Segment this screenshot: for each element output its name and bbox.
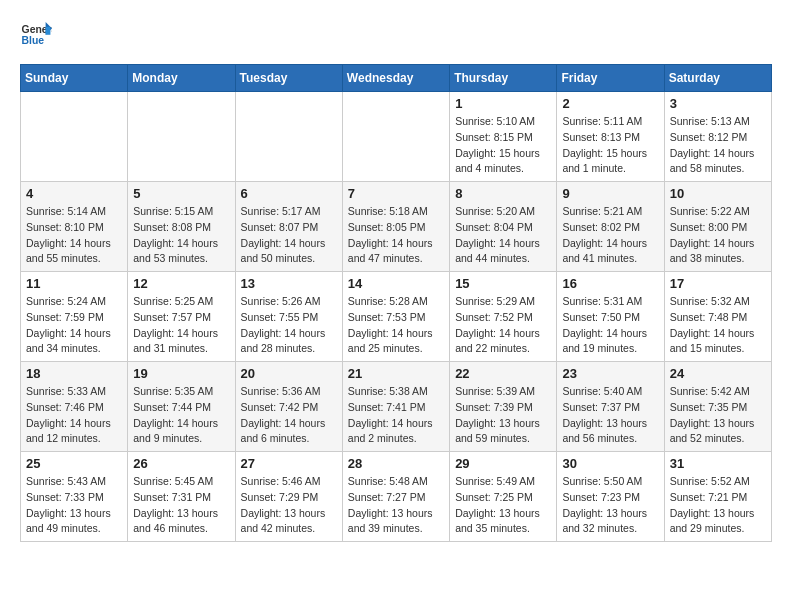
day-info: Sunrise: 5:40 AM Sunset: 7:37 PM Dayligh… [562, 384, 658, 447]
calendar-cell: 30Sunrise: 5:50 AM Sunset: 7:23 PM Dayli… [557, 452, 664, 542]
calendar-cell: 3Sunrise: 5:13 AM Sunset: 8:12 PM Daylig… [664, 92, 771, 182]
calendar-week-row: 11Sunrise: 5:24 AM Sunset: 7:59 PM Dayli… [21, 272, 772, 362]
weekday-header-saturday: Saturday [664, 65, 771, 92]
calendar-cell [235, 92, 342, 182]
day-info: Sunrise: 5:50 AM Sunset: 7:23 PM Dayligh… [562, 474, 658, 537]
day-number: 18 [26, 366, 122, 381]
calendar-week-row: 4Sunrise: 5:14 AM Sunset: 8:10 PM Daylig… [21, 182, 772, 272]
calendar-cell: 6Sunrise: 5:17 AM Sunset: 8:07 PM Daylig… [235, 182, 342, 272]
day-number: 7 [348, 186, 444, 201]
svg-marker-3 [46, 27, 51, 35]
calendar-cell: 11Sunrise: 5:24 AM Sunset: 7:59 PM Dayli… [21, 272, 128, 362]
calendar-week-row: 25Sunrise: 5:43 AM Sunset: 7:33 PM Dayli… [21, 452, 772, 542]
day-info: Sunrise: 5:29 AM Sunset: 7:52 PM Dayligh… [455, 294, 551, 357]
day-number: 8 [455, 186, 551, 201]
day-info: Sunrise: 5:13 AM Sunset: 8:12 PM Dayligh… [670, 114, 766, 177]
day-info: Sunrise: 5:22 AM Sunset: 8:00 PM Dayligh… [670, 204, 766, 267]
day-info: Sunrise: 5:32 AM Sunset: 7:48 PM Dayligh… [670, 294, 766, 357]
day-number: 25 [26, 456, 122, 471]
day-number: 26 [133, 456, 229, 471]
weekday-header-tuesday: Tuesday [235, 65, 342, 92]
day-info: Sunrise: 5:18 AM Sunset: 8:05 PM Dayligh… [348, 204, 444, 267]
day-number: 23 [562, 366, 658, 381]
day-number: 28 [348, 456, 444, 471]
weekday-header-thursday: Thursday [450, 65, 557, 92]
day-info: Sunrise: 5:11 AM Sunset: 8:13 PM Dayligh… [562, 114, 658, 177]
day-info: Sunrise: 5:43 AM Sunset: 7:33 PM Dayligh… [26, 474, 122, 537]
calendar-cell: 23Sunrise: 5:40 AM Sunset: 7:37 PM Dayli… [557, 362, 664, 452]
calendar-cell: 10Sunrise: 5:22 AM Sunset: 8:00 PM Dayli… [664, 182, 771, 272]
day-info: Sunrise: 5:49 AM Sunset: 7:25 PM Dayligh… [455, 474, 551, 537]
day-number: 14 [348, 276, 444, 291]
day-info: Sunrise: 5:14 AM Sunset: 8:10 PM Dayligh… [26, 204, 122, 267]
calendar-cell: 19Sunrise: 5:35 AM Sunset: 7:44 PM Dayli… [128, 362, 235, 452]
day-info: Sunrise: 5:52 AM Sunset: 7:21 PM Dayligh… [670, 474, 766, 537]
day-info: Sunrise: 5:28 AM Sunset: 7:53 PM Dayligh… [348, 294, 444, 357]
day-number: 24 [670, 366, 766, 381]
calendar-body: 1Sunrise: 5:10 AM Sunset: 8:15 PM Daylig… [21, 92, 772, 542]
day-number: 22 [455, 366, 551, 381]
calendar-header: SundayMondayTuesdayWednesdayThursdayFrid… [21, 65, 772, 92]
day-number: 29 [455, 456, 551, 471]
day-number: 9 [562, 186, 658, 201]
day-info: Sunrise: 5:10 AM Sunset: 8:15 PM Dayligh… [455, 114, 551, 177]
calendar-cell: 25Sunrise: 5:43 AM Sunset: 7:33 PM Dayli… [21, 452, 128, 542]
day-info: Sunrise: 5:45 AM Sunset: 7:31 PM Dayligh… [133, 474, 229, 537]
calendar-cell: 13Sunrise: 5:26 AM Sunset: 7:55 PM Dayli… [235, 272, 342, 362]
calendar-cell: 17Sunrise: 5:32 AM Sunset: 7:48 PM Dayli… [664, 272, 771, 362]
calendar-cell: 28Sunrise: 5:48 AM Sunset: 7:27 PM Dayli… [342, 452, 449, 542]
day-number: 2 [562, 96, 658, 111]
calendar-cell: 5Sunrise: 5:15 AM Sunset: 8:08 PM Daylig… [128, 182, 235, 272]
weekday-header-row: SundayMondayTuesdayWednesdayThursdayFrid… [21, 65, 772, 92]
day-info: Sunrise: 5:20 AM Sunset: 8:04 PM Dayligh… [455, 204, 551, 267]
day-number: 1 [455, 96, 551, 111]
calendar-cell: 29Sunrise: 5:49 AM Sunset: 7:25 PM Dayli… [450, 452, 557, 542]
day-number: 10 [670, 186, 766, 201]
day-number: 5 [133, 186, 229, 201]
day-info: Sunrise: 5:21 AM Sunset: 8:02 PM Dayligh… [562, 204, 658, 267]
day-info: Sunrise: 5:24 AM Sunset: 7:59 PM Dayligh… [26, 294, 122, 357]
day-info: Sunrise: 5:35 AM Sunset: 7:44 PM Dayligh… [133, 384, 229, 447]
day-info: Sunrise: 5:36 AM Sunset: 7:42 PM Dayligh… [241, 384, 337, 447]
calendar-cell: 7Sunrise: 5:18 AM Sunset: 8:05 PM Daylig… [342, 182, 449, 272]
calendar-cell: 15Sunrise: 5:29 AM Sunset: 7:52 PM Dayli… [450, 272, 557, 362]
weekday-header-monday: Monday [128, 65, 235, 92]
calendar-week-row: 18Sunrise: 5:33 AM Sunset: 7:46 PM Dayli… [21, 362, 772, 452]
calendar-week-row: 1Sunrise: 5:10 AM Sunset: 8:15 PM Daylig… [21, 92, 772, 182]
calendar-cell: 16Sunrise: 5:31 AM Sunset: 7:50 PM Dayli… [557, 272, 664, 362]
calendar-cell: 4Sunrise: 5:14 AM Sunset: 8:10 PM Daylig… [21, 182, 128, 272]
page-header: General Blue [20, 20, 772, 48]
calendar-cell: 18Sunrise: 5:33 AM Sunset: 7:46 PM Dayli… [21, 362, 128, 452]
calendar-cell: 31Sunrise: 5:52 AM Sunset: 7:21 PM Dayli… [664, 452, 771, 542]
day-info: Sunrise: 5:39 AM Sunset: 7:39 PM Dayligh… [455, 384, 551, 447]
day-info: Sunrise: 5:15 AM Sunset: 8:08 PM Dayligh… [133, 204, 229, 267]
day-number: 15 [455, 276, 551, 291]
calendar-cell: 26Sunrise: 5:45 AM Sunset: 7:31 PM Dayli… [128, 452, 235, 542]
weekday-header-sunday: Sunday [21, 65, 128, 92]
day-number: 19 [133, 366, 229, 381]
day-number: 30 [562, 456, 658, 471]
calendar-cell [21, 92, 128, 182]
calendar-cell: 2Sunrise: 5:11 AM Sunset: 8:13 PM Daylig… [557, 92, 664, 182]
day-number: 31 [670, 456, 766, 471]
svg-text:Blue: Blue [22, 35, 45, 46]
day-number: 4 [26, 186, 122, 201]
day-number: 20 [241, 366, 337, 381]
day-number: 11 [26, 276, 122, 291]
day-number: 3 [670, 96, 766, 111]
calendar-cell [128, 92, 235, 182]
calendar-cell: 27Sunrise: 5:46 AM Sunset: 7:29 PM Dayli… [235, 452, 342, 542]
calendar-cell: 20Sunrise: 5:36 AM Sunset: 7:42 PM Dayli… [235, 362, 342, 452]
day-number: 21 [348, 366, 444, 381]
day-info: Sunrise: 5:42 AM Sunset: 7:35 PM Dayligh… [670, 384, 766, 447]
calendar-cell: 22Sunrise: 5:39 AM Sunset: 7:39 PM Dayli… [450, 362, 557, 452]
weekday-header-wednesday: Wednesday [342, 65, 449, 92]
calendar-cell: 1Sunrise: 5:10 AM Sunset: 8:15 PM Daylig… [450, 92, 557, 182]
day-number: 6 [241, 186, 337, 201]
calendar-cell: 12Sunrise: 5:25 AM Sunset: 7:57 PM Dayli… [128, 272, 235, 362]
day-info: Sunrise: 5:26 AM Sunset: 7:55 PM Dayligh… [241, 294, 337, 357]
day-number: 12 [133, 276, 229, 291]
logo-icon: General Blue [20, 20, 52, 48]
calendar-cell: 21Sunrise: 5:38 AM Sunset: 7:41 PM Dayli… [342, 362, 449, 452]
calendar-cell: 24Sunrise: 5:42 AM Sunset: 7:35 PM Dayli… [664, 362, 771, 452]
